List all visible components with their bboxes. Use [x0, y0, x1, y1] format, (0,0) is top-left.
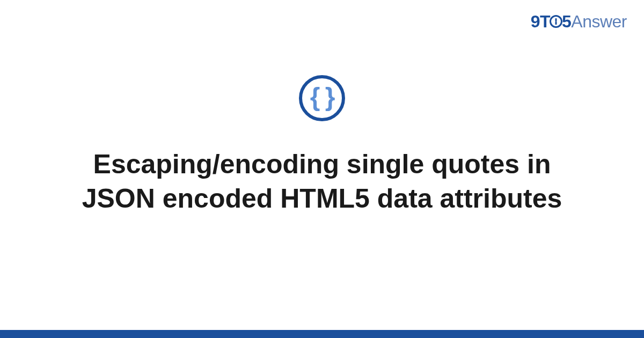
brand-clock-icon — [550, 15, 562, 28]
main-content: { } Escaping/encoding single quotes in J… — [0, 75, 644, 216]
brand-logo: 9T5Answer — [531, 12, 627, 32]
brand-text-9t: 9T — [531, 12, 550, 31]
topic-icon-circle: { } — [299, 75, 345, 121]
brand-text-answer: Answer — [571, 12, 627, 31]
json-braces-icon: { } — [310, 84, 334, 110]
page-title: Escaping/encoding single quotes in JSON … — [54, 147, 590, 216]
brand-text-5: 5 — [562, 12, 571, 31]
footer-accent-bar — [0, 330, 644, 338]
